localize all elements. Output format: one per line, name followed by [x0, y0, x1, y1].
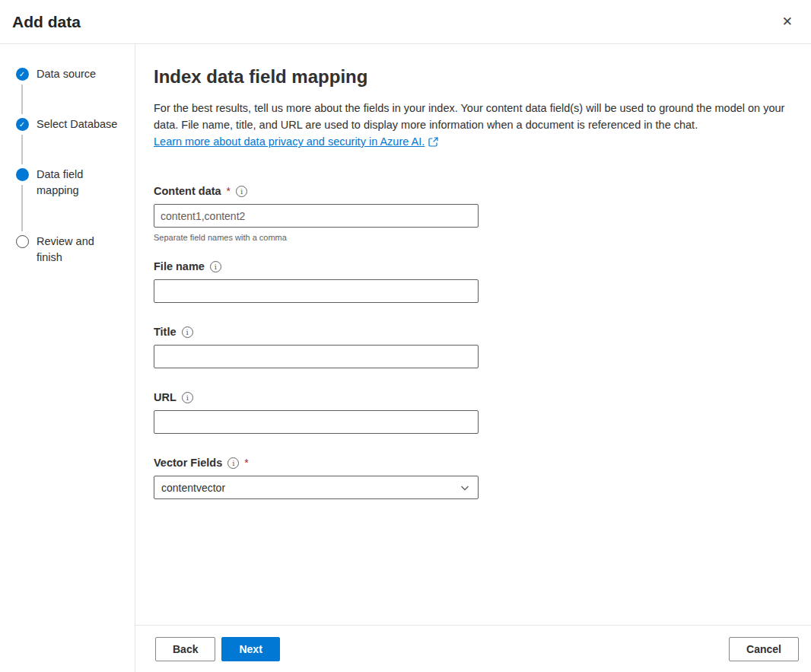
main-content: Index data field mapping For the best re… [135, 44, 811, 625]
wizard-stepper: ✓ Data source ✓ Select Database Data fie… [0, 44, 135, 672]
next-button[interactable]: Next [221, 637, 279, 661]
close-icon[interactable]: ✕ [778, 11, 797, 33]
url-input[interactable] [154, 410, 479, 434]
step-label: Data source [37, 66, 96, 118]
info-icon[interactable]: i [210, 261, 221, 272]
file-name-input[interactable] [154, 279, 479, 303]
title-label-row: Title i [154, 326, 791, 338]
step-data-source[interactable]: ✓ Data source [15, 68, 129, 118]
step-connector [21, 185, 23, 231]
content-data-label-row: Content data * i [154, 185, 791, 197]
dialog-footer: Back Next Cancel [135, 625, 811, 672]
title-input[interactable] [154, 345, 479, 368]
step-label: Select Database [37, 116, 117, 168]
info-icon[interactable]: i [182, 392, 193, 403]
step-upcoming-icon [16, 235, 29, 248]
title-field-group: Title i [154, 326, 791, 368]
description-text: For the best results, tell us more about… [154, 100, 791, 133]
step-rail: ✓ [15, 68, 29, 118]
vector-fields-selected-value: contentvector [161, 482, 225, 494]
privacy-link-text: Learn more about data privacy and securi… [154, 133, 425, 150]
file-name-label-row: File name i [154, 260, 791, 272]
step-rail: ✓ [15, 118, 29, 168]
dialog-header: Add data ✕ [0, 0, 811, 44]
info-icon[interactable]: i [236, 186, 247, 197]
step-connector [21, 135, 23, 164]
info-icon[interactable]: i [182, 326, 193, 338]
chevron-down-icon [460, 483, 470, 493]
step-rail [15, 235, 29, 266]
privacy-link[interactable]: Learn more about data privacy and securi… [154, 133, 438, 150]
content-data-label: Content data [154, 185, 221, 197]
step-rail [15, 168, 29, 235]
dialog-body: ✓ Data source ✓ Select Database Data fie… [0, 44, 811, 672]
step-data-field-mapping[interactable]: Data field mapping [15, 168, 129, 235]
file-name-label: File name [154, 260, 205, 272]
content-data-helper-text: Separate field names with a comma [154, 233, 791, 242]
required-asterisk: * [227, 185, 231, 197]
url-label-row: URL i [154, 391, 791, 403]
content-data-input[interactable] [154, 204, 479, 228]
external-link-icon [428, 137, 438, 147]
step-review-and-finish[interactable]: Review and finish [15, 235, 129, 266]
step-connector [21, 84, 23, 114]
step-label: Data field mapping [37, 167, 83, 235]
field-mapping-form: Content data * i Separate field names wi… [154, 185, 791, 499]
add-data-dialog: Add data ✕ ✓ Data source ✓ Select Databa… [0, 0, 811, 672]
info-icon[interactable]: i [227, 457, 239, 469]
title-label: Title [154, 326, 177, 338]
cancel-button[interactable]: Cancel [729, 637, 799, 661]
vector-fields-label-row: Vector Fields i * [154, 457, 791, 469]
step-current-icon [16, 168, 29, 181]
vector-fields-label: Vector Fields [154, 457, 222, 469]
step-complete-icon: ✓ [16, 118, 29, 131]
step-label: Review and finish [37, 234, 94, 266]
step-complete-icon: ✓ [16, 68, 29, 81]
file-name-field-group: File name i [154, 260, 791, 303]
url-field-group: URL i [154, 391, 791, 434]
vector-fields-field-group: Vector Fields i * contentvector [154, 457, 791, 499]
required-asterisk: * [244, 457, 248, 469]
dialog-title: Add data [12, 13, 81, 31]
step-select-database[interactable]: ✓ Select Database [15, 118, 129, 168]
url-label: URL [154, 391, 177, 403]
main-column: Index data field mapping For the best re… [135, 44, 811, 672]
content-data-field-group: Content data * i Separate field names wi… [154, 185, 791, 242]
vector-fields-dropdown[interactable]: contentvector [154, 476, 479, 499]
back-button[interactable]: Back [155, 637, 215, 661]
page-title: Index data field mapping [154, 66, 791, 88]
